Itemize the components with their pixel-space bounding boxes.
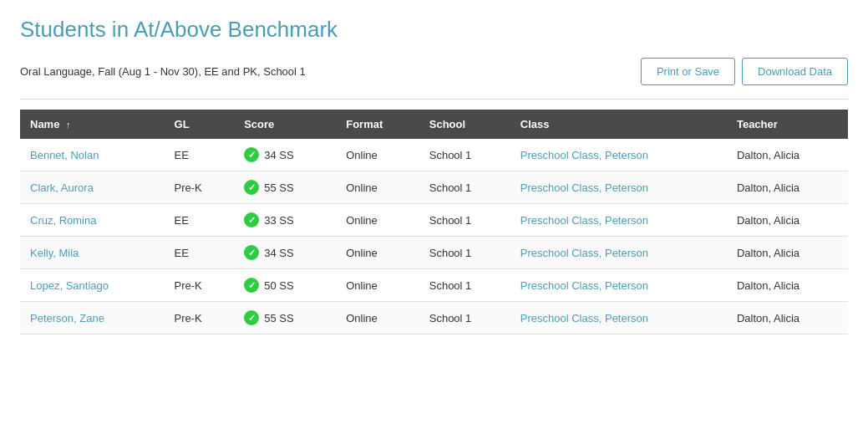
col-score: Score [234,110,336,139]
benchmark-check-icon [244,180,259,195]
cell-score: 34 SS [234,139,336,171]
cell-gl: EE [165,204,235,237]
cell-score: 33 SS [234,204,336,237]
cell-school: School 1 [419,269,510,302]
table-body: Bennet, NolanEE34 SSOnlineSchool 1Presch… [20,139,848,335]
cell-format: Online [336,139,419,171]
cell-teacher: Dalton, Alicia [727,237,848,269]
score-value: 33 SS [264,214,293,227]
print-save-button[interactable]: Print or Save [641,58,735,85]
score-value: 50 SS [264,279,293,292]
cell-score: 50 SS [234,269,336,302]
cell-gl: Pre-K [165,171,235,204]
student-name-link[interactable]: Cruz, Romina [30,214,96,227]
cell-name: Bennet, Nolan [20,139,165,171]
col-gl: GL [165,110,235,139]
col-teacher: Teacher [727,110,848,139]
cell-teacher: Dalton, Alicia [727,171,848,204]
download-data-button[interactable]: Download Data [742,58,848,85]
score-value: 34 SS [264,149,293,161]
cell-class: Preschool Class, Peterson [510,204,727,237]
cell-teacher: Dalton, Alicia [727,302,848,335]
class-link[interactable]: Preschool Class, Peterson [520,279,648,292]
class-link[interactable]: Preschool Class, Peterson [520,247,648,259]
divider [20,99,848,100]
cell-school: School 1 [419,237,510,269]
benchmark-check-icon [244,147,259,162]
cell-name: Clark, Aurora [20,171,165,204]
cell-teacher: Dalton, Alicia [727,269,848,302]
benchmark-check-icon [244,245,259,260]
cell-format: Online [336,204,419,237]
cell-gl: Pre-K [165,269,235,302]
score-value: 55 SS [264,312,293,324]
cell-class: Preschool Class, Peterson [510,269,727,302]
table-header: Name ↑ GL Score Format School Class Teac… [20,110,848,139]
cell-teacher: Dalton, Alicia [727,204,848,237]
table-row: Lopez, SantiagoPre-K50 SSOnlineSchool 1P… [20,269,848,302]
cell-gl: Pre-K [165,302,235,335]
table-row: Bennet, NolanEE34 SSOnlineSchool 1Presch… [20,139,848,171]
cell-name: Lopez, Santiago [20,269,165,302]
student-name-link[interactable]: Peterson, Zane [30,312,104,324]
student-name-link[interactable]: Lopez, Santiago [30,279,109,292]
cell-name: Kelly, Mila [20,237,165,269]
cell-gl: EE [165,139,235,171]
class-link[interactable]: Preschool Class, Peterson [520,312,648,324]
students-table: Name ↑ GL Score Format School Class Teac… [20,110,848,335]
cell-class: Preschool Class, Peterson [510,237,727,269]
subtitle-text: Oral Language, Fall (Aug 1 - Nov 30), EE… [20,65,306,78]
table-row: Kelly, MilaEE34 SSOnlineSchool 1Preschoo… [20,237,848,269]
subtitle-row: Oral Language, Fall (Aug 1 - Nov 30), EE… [20,58,848,85]
cell-format: Online [336,269,419,302]
cell-score: 55 SS [234,171,336,204]
cell-format: Online [336,302,419,335]
col-name-label: Name [30,118,59,130]
col-class: Class [510,110,727,139]
cell-class: Preschool Class, Peterson [510,171,727,204]
button-group: Print or Save Download Data [641,58,848,85]
cell-school: School 1 [419,139,510,171]
student-name-link[interactable]: Bennet, Nolan [30,149,99,161]
col-format: Format [336,110,419,139]
class-link[interactable]: Preschool Class, Peterson [520,181,648,194]
cell-score: 34 SS [234,237,336,269]
student-name-link[interactable]: Clark, Aurora [30,181,94,194]
cell-school: School 1 [419,171,510,204]
cell-format: Online [336,237,419,269]
table-row: Peterson, ZanePre-K55 SSOnlineSchool 1Pr… [20,302,848,335]
cell-school: School 1 [419,302,510,335]
cell-class: Preschool Class, Peterson [510,139,727,171]
table-row: Clark, AuroraPre-K55 SSOnlineSchool 1Pre… [20,171,848,204]
col-school: School [419,110,510,139]
cell-name: Cruz, Romina [20,204,165,237]
cell-school: School 1 [419,204,510,237]
cell-format: Online [336,171,419,204]
score-value: 34 SS [264,247,293,259]
student-name-link[interactable]: Kelly, Mila [30,247,79,259]
cell-gl: EE [165,237,235,269]
score-value: 55 SS [264,181,293,194]
table-row: Cruz, RominaEE33 SSOnlineSchool 1Prescho… [20,204,848,237]
class-link[interactable]: Preschool Class, Peterson [520,149,648,161]
benchmark-check-icon [244,212,259,227]
cell-teacher: Dalton, Alicia [727,139,848,171]
sort-arrow-icon: ↑ [66,120,71,130]
page-title: Students in At/Above Benchmark [20,17,848,43]
cell-class: Preschool Class, Peterson [510,302,727,335]
cell-score: 55 SS [234,302,336,335]
benchmark-check-icon [244,310,259,325]
cell-name: Peterson, Zane [20,302,165,335]
benchmark-check-icon [244,278,259,293]
class-link[interactable]: Preschool Class, Peterson [520,214,648,227]
col-name[interactable]: Name ↑ [20,110,165,139]
